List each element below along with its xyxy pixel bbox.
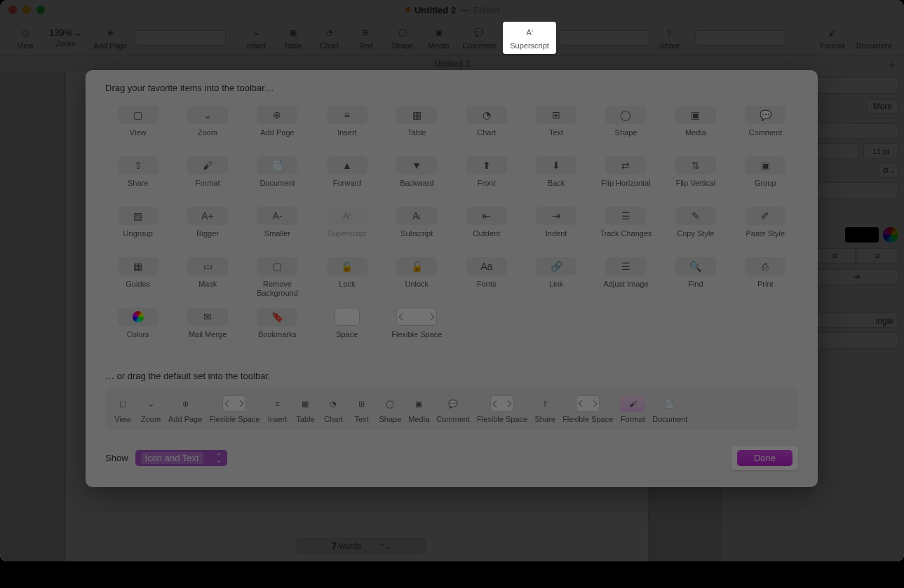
screenshot-dim: [0, 0, 904, 588]
superscript-icon: Aⁱ: [522, 26, 537, 40]
superscript-button[interactable]: AⁱSuperscript: [503, 22, 556, 54]
